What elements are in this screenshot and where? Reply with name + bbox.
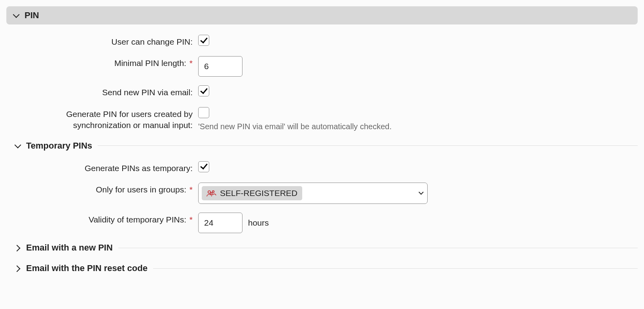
chevron-down-icon bbox=[15, 143, 21, 149]
chevron-down-icon bbox=[419, 190, 424, 196]
label-validity-temporary-pins: Validity of temporary PINs: bbox=[89, 215, 186, 224]
group-tag-label: SELF-REGISTERED bbox=[220, 188, 297, 198]
divider bbox=[98, 145, 638, 146]
select-only-users-in-groups[interactable]: SELF-REGISTERED bbox=[198, 183, 428, 204]
subsection-header-temporary-pins[interactable]: Temporary PINs bbox=[15, 141, 638, 151]
checkbox-user-can-change-pin[interactable] bbox=[198, 35, 209, 46]
label-user-can-change-pin: User can change PIN: bbox=[10, 35, 198, 47]
label-only-users-in-groups: Only for users in groups: bbox=[96, 185, 186, 194]
input-minimal-pin-length[interactable] bbox=[198, 56, 242, 77]
chevron-right-icon bbox=[15, 245, 21, 251]
input-validity-temporary-pins[interactable] bbox=[198, 213, 242, 233]
checkbox-send-new-pin-email[interactable] bbox=[198, 85, 209, 96]
required-marker: * bbox=[189, 58, 193, 68]
required-marker: * bbox=[189, 185, 193, 194]
divider bbox=[118, 248, 638, 248]
subsection-header-email-new-pin[interactable]: Email with a new PIN bbox=[15, 243, 638, 253]
group-tag-self-registered[interactable]: SELF-REGISTERED bbox=[202, 186, 302, 200]
label-generate-pin-sync: Generate PIN for users created by synchr… bbox=[10, 107, 198, 131]
unit-hours: hours bbox=[248, 218, 269, 228]
subsection-title-temporary-pins: Temporary PINs bbox=[26, 141, 92, 151]
chevron-down-icon bbox=[13, 13, 19, 18]
pin-settings-form: User can change PIN: Minimal PIN length:… bbox=[6, 35, 638, 273]
section-title-pin: PIN bbox=[25, 10, 39, 21]
subsection-header-email-reset-code[interactable]: Email with the PIN reset code bbox=[15, 263, 638, 273]
section-header-pin[interactable]: PIN bbox=[6, 6, 638, 24]
chevron-right-icon bbox=[15, 266, 21, 271]
helptext-generate-pin-sync: 'Send new PIN via email' will be automat… bbox=[198, 122, 638, 131]
required-marker: * bbox=[189, 215, 193, 224]
svg-point-1 bbox=[212, 191, 214, 193]
checkbox-generate-pins-temporary[interactable] bbox=[198, 161, 209, 172]
label-minimal-pin-length: Minimal PIN length: bbox=[114, 58, 186, 68]
subsection-title-email-reset-code: Email with the PIN reset code bbox=[26, 263, 148, 273]
svg-point-2 bbox=[210, 192, 212, 194]
subsection-title-email-new-pin: Email with a new PIN bbox=[26, 243, 113, 253]
divider bbox=[153, 268, 638, 269]
label-send-new-pin-email: Send new PIN via email: bbox=[10, 85, 198, 98]
checkbox-generate-pin-sync[interactable] bbox=[198, 107, 209, 118]
label-generate-pins-temporary: Generate PINs as temporary: bbox=[10, 161, 198, 174]
group-icon bbox=[206, 189, 217, 197]
